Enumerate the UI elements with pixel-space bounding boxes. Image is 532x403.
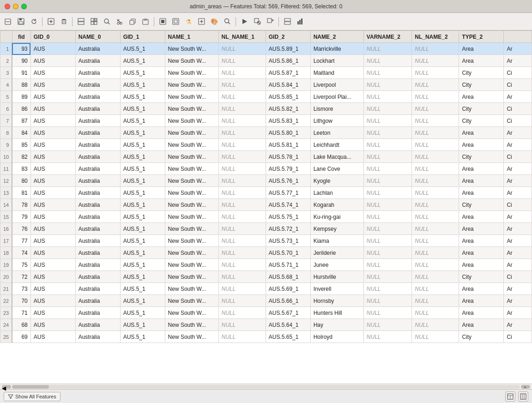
table-cell[interactable]: NULL bbox=[363, 247, 411, 259]
table-cell[interactable]: New South W... bbox=[165, 211, 218, 223]
table-cell[interactable]: Australia bbox=[75, 259, 120, 271]
table-cell[interactable]: New South W... bbox=[165, 139, 218, 151]
table-row[interactable]: 1874AUSAustraliaAUS.5_1New South W...NUL… bbox=[0, 247, 532, 259]
table-cell[interactable]: NULL bbox=[412, 319, 459, 331]
scrollbar-thumb[interactable] bbox=[12, 385, 49, 389]
table-cell[interactable]: AUS bbox=[30, 127, 75, 139]
table-cell[interactable]: 79 bbox=[12, 211, 30, 223]
table-row[interactable]: 2371AUSAustraliaAUS.5_1New South W...NUL… bbox=[0, 307, 532, 319]
table-row[interactable]: 1082AUSAustraliaAUS.5_1New South W...NUL… bbox=[0, 151, 532, 163]
col-header-nlname2[interactable]: NL_NAME_2 bbox=[412, 31, 459, 43]
table-cell[interactable]: Lachlan bbox=[310, 187, 363, 199]
table-cell[interactable]: AUS.5_1 bbox=[120, 211, 165, 223]
table-cell[interactable]: NULL bbox=[412, 139, 459, 151]
zoom-button[interactable] bbox=[101, 16, 113, 28]
table-cell[interactable]: Area bbox=[459, 223, 504, 235]
table-cell[interactable]: 75 bbox=[12, 259, 30, 271]
table-cell[interactable]: NULL bbox=[363, 163, 411, 175]
table-cell[interactable]: NULL bbox=[363, 235, 411, 247]
table-cell[interactable]: Australia bbox=[75, 307, 120, 319]
table-cell[interactable]: NULL bbox=[218, 295, 266, 307]
table-cell[interactable]: NULL bbox=[363, 55, 411, 67]
table-row[interactable]: 1676AUSAustraliaAUS.5_1New South W...NUL… bbox=[0, 223, 532, 235]
table-cell[interactable]: City bbox=[459, 331, 504, 343]
table-cell[interactable]: NULL bbox=[363, 283, 411, 295]
table-cell[interactable]: AUS.5_1 bbox=[120, 247, 165, 259]
table-cell[interactable]: NULL bbox=[363, 307, 411, 319]
table-cell[interactable]: Australia bbox=[75, 295, 120, 307]
table-cell[interactable]: City bbox=[459, 67, 504, 79]
table-cell[interactable]: Kyogle bbox=[310, 175, 363, 187]
table-cell[interactable]: Australia bbox=[75, 199, 120, 211]
table-cell[interactable]: NULL bbox=[363, 211, 411, 223]
table-cell[interactable]: Australia bbox=[75, 187, 120, 199]
table-cell[interactable]: 8 bbox=[0, 127, 12, 139]
table-cell[interactable]: AUS bbox=[30, 331, 75, 343]
table-cell[interactable]: AUS bbox=[30, 211, 75, 223]
field-calc-button[interactable] bbox=[195, 16, 207, 28]
table-cell[interactable]: NULL bbox=[218, 199, 266, 211]
pan-button[interactable] bbox=[88, 16, 100, 28]
table-cell[interactable]: 17 bbox=[0, 235, 12, 247]
table-cell[interactable]: NULL bbox=[218, 271, 266, 283]
table-cell[interactable]: NULL bbox=[218, 55, 266, 67]
table-cell[interactable]: 85 bbox=[12, 139, 30, 151]
table-cell[interactable]: Australia bbox=[75, 55, 120, 67]
table-cell[interactable]: 9 bbox=[0, 139, 12, 151]
table-cell[interactable]: 83 bbox=[12, 163, 30, 175]
table-cell[interactable]: AUS.5.82_1 bbox=[266, 103, 310, 115]
table-cell[interactable]: New South W... bbox=[165, 223, 218, 235]
pan-feature-button[interactable] bbox=[264, 16, 276, 28]
table-cell[interactable]: AUS.5_1 bbox=[120, 127, 165, 139]
table-cell[interactable]: NULL bbox=[412, 307, 459, 319]
table-cell[interactable]: Area bbox=[459, 319, 504, 331]
table-cell[interactable]: NULL bbox=[412, 43, 459, 55]
table-cell[interactable]: Area bbox=[459, 163, 504, 175]
table-cell[interactable]: NULL bbox=[363, 199, 411, 211]
scroll-left-arrow[interactable]: ◀ bbox=[2, 385, 11, 389]
table-cell[interactable]: City bbox=[459, 103, 504, 115]
col-header-nlname1[interactable]: NL_NAME_1 bbox=[218, 31, 266, 43]
table-cell[interactable]: AUS.5.74_1 bbox=[266, 199, 310, 211]
reload-button[interactable] bbox=[28, 16, 40, 28]
table-cell[interactable]: AUS.5.71_1 bbox=[266, 259, 310, 271]
table-cell[interactable]: Hunters Hill bbox=[310, 307, 363, 319]
table-cell[interactable]: AUS.5.85_1 bbox=[266, 91, 310, 103]
table-cell[interactable]: AUS.5_1 bbox=[120, 199, 165, 211]
table-cell[interactable]: NULL bbox=[363, 103, 411, 115]
table-cell[interactable]: AUS bbox=[30, 187, 75, 199]
table-row[interactable]: 985AUSAustraliaAUS.5_1New South W...NULL… bbox=[0, 139, 532, 151]
table-cell[interactable]: Australia bbox=[75, 115, 120, 127]
table-cell[interactable]: Liverpool bbox=[310, 79, 363, 91]
table-cell[interactable]: AUS bbox=[30, 151, 75, 163]
table-cell[interactable]: New South W... bbox=[165, 115, 218, 127]
table-cell[interactable]: NULL bbox=[218, 259, 266, 271]
table-cell[interactable]: 3 bbox=[0, 67, 12, 79]
table-cell[interactable]: NULL bbox=[412, 199, 459, 211]
table-cell[interactable]: Area bbox=[459, 211, 504, 223]
table-row[interactable]: 1183AUSAustraliaAUS.5_1New South W...NUL… bbox=[0, 163, 532, 175]
toggle-columns-button[interactable] bbox=[518, 391, 528, 402]
table-cell[interactable]: AUS bbox=[30, 259, 75, 271]
table-cell[interactable]: New South W... bbox=[165, 235, 218, 247]
table-cell[interactable]: AUS.5_1 bbox=[120, 319, 165, 331]
table-row[interactable]: 2072AUSAustraliaAUS.5_1New South W...NUL… bbox=[0, 271, 532, 283]
table-cell[interactable]: 18 bbox=[0, 247, 12, 259]
table-cell[interactable]: Jerilderie bbox=[310, 247, 363, 259]
table-cell[interactable]: AUS.5_1 bbox=[120, 295, 165, 307]
table-cell[interactable]: City bbox=[459, 271, 504, 283]
table-cell[interactable]: 77 bbox=[12, 235, 30, 247]
table-row[interactable]: 787AUSAustraliaAUS.5_1New South W...NULL… bbox=[0, 115, 532, 127]
table-cell[interactable]: Ar bbox=[504, 163, 532, 175]
conditional-button[interactable]: 🎨 bbox=[208, 16, 220, 28]
invert-sel-button[interactable] bbox=[169, 16, 181, 28]
table-cell[interactable]: Area bbox=[459, 235, 504, 247]
table-cell[interactable]: Hay bbox=[310, 319, 363, 331]
table-row[interactable]: 2569AUSAustraliaAUS.5_1New South W...NUL… bbox=[0, 331, 532, 343]
table-cell[interactable]: 91 bbox=[12, 67, 30, 79]
scroll-right-arrow[interactable]: ▶ bbox=[521, 385, 530, 389]
table-cell[interactable]: NULL bbox=[218, 91, 266, 103]
table-cell[interactable]: AUS.5_1 bbox=[120, 55, 165, 67]
table-cell[interactable]: AUS.5.65_1 bbox=[266, 331, 310, 343]
table-cell[interactable]: Australia bbox=[75, 283, 120, 295]
